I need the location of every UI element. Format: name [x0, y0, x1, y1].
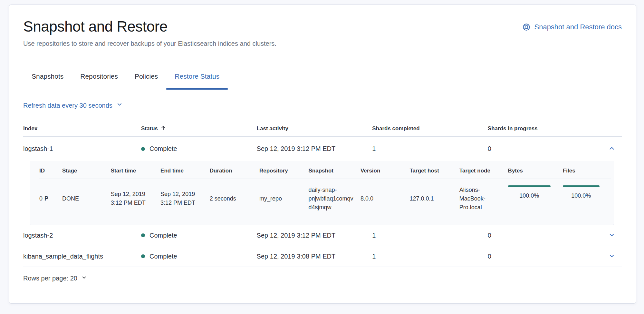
shard-column-end-time: End time: [160, 168, 210, 174]
tab-policies[interactable]: Policies: [126, 72, 166, 89]
shards-completed-value: 1: [372, 253, 376, 260]
shards-completed-cell: 1: [372, 232, 488, 239]
chevron-down-icon: [608, 252, 615, 260]
shard-column-duration: Duration: [210, 168, 259, 174]
shard-column-start-time: Start time: [111, 168, 160, 174]
status-dot-icon: [141, 147, 145, 151]
status-label: Complete: [149, 145, 177, 152]
expand-row-button[interactable]: [607, 251, 617, 262]
index-cell: logstash-2: [23, 232, 141, 239]
shards-in-progress-cell: 0: [488, 253, 605, 260]
column-header-label: Last activity: [257, 125, 288, 132]
collapse-row-button[interactable]: [607, 143, 617, 154]
index-cell: kibana_sample_data_flights: [23, 253, 141, 260]
chevron-up-icon: [608, 145, 615, 153]
table-footer: Rows per page: 20: [23, 273, 622, 283]
status-cell: Complete: [141, 253, 257, 260]
shard-files-cell: 100.0%: [563, 191, 611, 206]
column-header-label: Index: [23, 125, 37, 132]
status-label: Complete: [149, 253, 177, 260]
shard-column-target-node: Target node: [459, 168, 508, 174]
table-header-row: Index Status Last activity Shards comple…: [23, 121, 622, 137]
table-row-kibana-sample-data-flights: kibana_sample_data_flights Complete Sep …: [23, 246, 622, 267]
files-progress: 100.0%: [563, 185, 600, 200]
shard-id-value: 0: [39, 195, 43, 202]
shards-completed-cell: 1: [372, 145, 488, 152]
shards-in-progress-cell: 0: [488, 145, 605, 152]
last-activity-value: Sep 12, 2019 3:12 PM EDT: [257, 145, 336, 152]
shard-column-files: Files: [563, 168, 611, 174]
column-header-last-activity[interactable]: Last activity: [257, 125, 372, 132]
tab-snapshots[interactable]: Snapshots: [23, 72, 72, 89]
status-label: Complete: [149, 232, 177, 239]
shard-version-cell: 8.0.0: [360, 194, 410, 203]
shards-in-progress-value: 0: [488, 145, 491, 152]
documentation-icon: [523, 23, 530, 31]
files-progress-bar: [563, 185, 600, 187]
status-cell: Complete: [141, 232, 257, 239]
last-activity-value: Sep 12, 2019 3:08 PM EDT: [257, 253, 336, 260]
status-cell: Complete: [141, 145, 257, 152]
shard-column-id: ID: [39, 168, 62, 174]
page-background: Snapshot and Restore Snapshot and Restor…: [0, 0, 644, 314]
column-header-label: Shards in progress: [488, 125, 538, 132]
primary-shard-badge: P: [44, 195, 48, 202]
table-row-logstash-1: logstash-1 Complete Sep 12, 2019 3:12 PM…: [23, 137, 622, 161]
shard-stage-cell: DONE: [62, 194, 111, 203]
column-header-shards-completed[interactable]: Shards completed: [372, 125, 488, 132]
docs-link-label: Snapshot and Restore docs: [534, 23, 622, 31]
chevron-down-icon: [81, 273, 87, 283]
shard-column-repository: Repository: [259, 168, 309, 174]
last-activity-cell: Sep 12, 2019 3:12 PM EDT: [257, 232, 372, 239]
column-header-label: Shards completed: [372, 125, 419, 132]
shard-target-node-cell: Alisons-MacBook-Pro.local: [459, 186, 508, 212]
bytes-progress-bar: [508, 185, 551, 187]
files-percent-label: 100.0%: [563, 191, 600, 200]
chevron-down-icon: [116, 101, 123, 110]
shard-column-snapshot: Snapshot: [309, 168, 360, 174]
last-activity-value: Sep 12, 2019 3:12 PM EDT: [257, 232, 336, 239]
page-subtitle: Use repositories to store and recover ba…: [23, 39, 622, 48]
shard-table-row: 0P DONE Sep 12, 2019 3:12 PM EDT Sep 12,…: [39, 179, 611, 218]
table-row-logstash-2: logstash-2 Complete Sep 12, 2019 3:12 PM…: [23, 225, 622, 246]
status-dot-icon: [141, 254, 145, 258]
shard-details-panel: ID Stage Start time End time Duration Re…: [30, 161, 614, 225]
bytes-progress: 100.0%: [508, 185, 551, 200]
sort-ascending-icon: [160, 125, 166, 132]
refresh-interval-button[interactable]: Refresh data every 30 seconds: [23, 101, 123, 110]
index-name: logstash-2: [23, 232, 53, 239]
page-title: Snapshot and Restore: [23, 18, 168, 35]
shard-duration-cell: 2 seconds: [210, 194, 259, 203]
expander-cell: [605, 143, 622, 154]
tab-repositories[interactable]: Repositories: [72, 72, 126, 89]
rows-per-page-label: Rows per page: 20: [23, 273, 77, 283]
shard-end-time-cell: Sep 12, 2019 3:12 PM EDT: [160, 190, 210, 207]
bytes-percent-label: 100.0%: [508, 191, 551, 200]
index-cell: logstash-1: [23, 145, 141, 152]
shard-table-header-row: ID Stage Start time End time Duration Re…: [39, 168, 611, 179]
expand-row-button[interactable]: [607, 230, 617, 241]
status-dot-icon: [141, 233, 145, 237]
index-name: kibana_sample_data_flights: [23, 253, 103, 260]
column-header-status[interactable]: Status: [141, 125, 257, 132]
rows-per-page-button[interactable]: Rows per page: 20: [23, 273, 87, 283]
shards-completed-value: 1: [372, 145, 376, 152]
shard-start-time-cell: Sep 12, 2019 3:12 PM EDT: [111, 190, 160, 207]
shards-in-progress-value: 0: [488, 232, 491, 239]
shards-in-progress-value: 0: [488, 253, 491, 260]
index-name: logstash-1: [23, 145, 53, 152]
last-activity-cell: Sep 12, 2019 3:12 PM EDT: [257, 145, 372, 152]
snapshot-restore-panel: Snapshot and Restore Snapshot and Restor…: [9, 5, 636, 304]
tab-restore-status[interactable]: Restore Status: [166, 72, 228, 89]
expander-cell: [605, 230, 622, 241]
shards-in-progress-cell: 0: [488, 232, 605, 239]
column-header-shards-in-progress[interactable]: Shards in progress: [488, 125, 605, 132]
shards-completed-value: 1: [372, 232, 376, 239]
page-header: Snapshot and Restore Snapshot and Restor…: [23, 18, 622, 35]
docs-link[interactable]: Snapshot and Restore docs: [523, 23, 622, 31]
shard-id-cell: 0P: [39, 194, 62, 203]
column-header-index[interactable]: Index: [23, 125, 141, 132]
shard-column-bytes: Bytes: [508, 168, 563, 174]
shards-completed-cell: 1: [372, 253, 488, 260]
column-header-label: Status: [141, 125, 158, 132]
